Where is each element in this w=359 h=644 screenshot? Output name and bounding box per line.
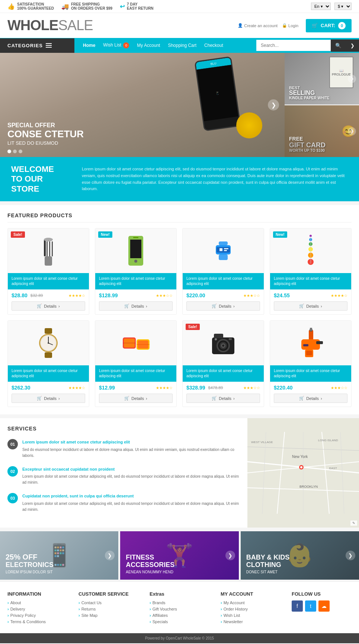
- svg-rect-7: [130, 240, 141, 258]
- currency-select[interactable]: $ ▾: [334, 3, 352, 10]
- affiliates-link[interactable]: Affiliates: [150, 613, 209, 618]
- return-icon: ↩: [120, 3, 125, 10]
- top-bar-right: En ▾ $ ▾: [311, 3, 352, 10]
- feature1-line1: SATISFACTION: [17, 2, 54, 6]
- product-card-3: Lorem ipsum dolor sit amet conse ctetur …: [182, 228, 264, 315]
- details-button-4[interactable]: 🛒 Details ›: [274, 301, 347, 311]
- details-button-5[interactable]: 🛒 Details ›: [12, 394, 85, 403]
- svg-rect-53: [310, 328, 312, 331]
- nav-bar: CATEGORIES Home Wish List 0 My Account S…: [0, 38, 359, 53]
- hero-subtitle: LIT SED DO EIUSMOD: [7, 140, 84, 146]
- product-badge-4: New!: [273, 231, 287, 238]
- svg-rect-4: [44, 240, 46, 256]
- coffee-cup: [236, 112, 262, 138]
- delivery-link[interactable]: Delivery: [7, 607, 67, 611]
- about-link[interactable]: About: [7, 600, 67, 605]
- footer-col-5-heading: FOLLOW US: [292, 591, 352, 597]
- hero-next-arrow[interactable]: ❯: [268, 99, 279, 110]
- product-actions-2: 🛒 Details ›: [95, 301, 176, 314]
- search-button[interactable]: 🔍: [331, 39, 346, 52]
- footer-link-privacy: Privacy Policy: [7, 613, 67, 618]
- details-button-1[interactable]: 🛒 Details ›: [12, 301, 85, 311]
- specials-link[interactable]: Specials: [150, 619, 209, 624]
- nav-wishlist[interactable]: Wish List 0: [100, 38, 132, 53]
- product-card-8: Lorem ipsum dolor sit amet conse ctetur …: [270, 320, 352, 407]
- twitter-icon[interactable]: t: [305, 600, 316, 612]
- product-badge-1: Sale!: [11, 231, 25, 238]
- contact-link[interactable]: Contact Us: [78, 600, 138, 605]
- promo-banner-kids[interactable]: 👶 BABY & KIDS CLOTHING DONEC SIT AMET ❯: [241, 531, 359, 580]
- side-arrow-2[interactable]: ❯: [348, 127, 356, 135]
- facebook-icon[interactable]: f: [292, 600, 303, 612]
- lock-icon: 🔒: [282, 23, 287, 28]
- user-icon: 👤: [238, 23, 243, 28]
- details-button-2[interactable]: 🛒 Details ›: [99, 301, 173, 311]
- newsletter-link[interactable]: Newsletter: [221, 619, 281, 624]
- nav-home[interactable]: Home: [80, 38, 98, 52]
- privacy-link[interactable]: Privacy Policy: [7, 613, 67, 618]
- create-account-link[interactable]: 👤 Create an account: [238, 23, 278, 28]
- cart-icon-8: 🛒: [299, 396, 304, 401]
- hero-main-content: SPECIAL OFFER CONSE CTETUR LIT SED DO EI…: [7, 122, 84, 146]
- product-info-7: Lorem ipsum dolor sit amet conse ctetur …: [183, 365, 264, 382]
- side-arrow-1[interactable]: ❯: [348, 75, 356, 83]
- svg-point-5: [44, 238, 53, 241]
- nav-account[interactable]: My Account: [134, 38, 163, 52]
- nav-action-button[interactable]: ❯: [346, 39, 359, 52]
- service-item-1: 01 Lorem ipsum dolor sit amet conse ctet…: [7, 439, 240, 459]
- details-button-3[interactable]: 🛒 Details ›: [186, 301, 260, 311]
- login-link[interactable]: 🔒 Login: [282, 23, 298, 28]
- hero-side-kindle[interactable]: 📖PROLOGUE BEST SELLING KINDLE PAPER WHIT…: [285, 53, 359, 105]
- cart-button[interactable]: 🛒 CART: 0: [306, 19, 352, 32]
- feature-satisfaction: 👍 SATISFACTION 100% GUARANTEED: [7, 2, 54, 10]
- categories-button[interactable]: CATEGORIES: [0, 38, 74, 53]
- promo-banner-electronics[interactable]: 📱 25% OFF ELECTRONICS LOREM IPSUM DOLOR …: [0, 531, 118, 580]
- product-badge-7: Sale!: [186, 324, 200, 330]
- product-card-7: Sale! Lorem ipsum dolor sit amet conse c…: [182, 320, 264, 407]
- brands-link[interactable]: Brands: [150, 600, 209, 605]
- footer-link-newsletter: Newsletter: [221, 619, 281, 624]
- orderhistory-link[interactable]: Order History: [221, 607, 281, 611]
- rss-icon[interactable]: ☁: [318, 600, 330, 612]
- promo-banners: 📱 25% OFF ELECTRONICS LOREM IPSUM DOLOR …: [0, 531, 359, 580]
- terms-link[interactable]: Terms & Conditions: [7, 619, 67, 624]
- utensils-svg: [33, 234, 63, 267]
- footer-col-my-account: MY ACCOUNT My Account Order History Wish…: [221, 591, 281, 626]
- service-num-2: 02: [7, 466, 18, 477]
- dot-2[interactable]: [13, 150, 17, 153]
- nav-checkout[interactable]: Checkout: [201, 38, 226, 52]
- product-info-8: Lorem ipsum dolor sit amet conse ctetur …: [270, 365, 351, 382]
- nav-cart[interactable]: Shopping Cart: [165, 38, 199, 52]
- product-pricing-2: $128.99 ★★★☆☆: [95, 289, 176, 301]
- vouchers-link[interactable]: Gift Vouchers: [150, 607, 209, 611]
- details-button-7[interactable]: 🛒 Details ›: [186, 394, 260, 403]
- footer-link-affiliates: Affiliates: [150, 613, 209, 618]
- promo-arrow-1[interactable]: ❯: [105, 551, 115, 560]
- service-text-1: Lorem ipsum dolor sit amet conse ctetur …: [22, 439, 240, 459]
- sitemap-link[interactable]: Site Map: [78, 613, 138, 618]
- language-select[interactable]: En ▾: [311, 3, 331, 10]
- product-actions-5: 🛒 Details ›: [8, 394, 89, 407]
- myaccount-link[interactable]: My Account: [221, 600, 281, 605]
- product-card-5: Lorem ipsum dolor sit amet conse ctetur …: [7, 320, 89, 407]
- promo-text-2: FITNESS ACCESSORIES AENEAN NONUMMY HEND: [126, 554, 174, 574]
- svg-rect-2: [49, 241, 50, 256]
- dot-1[interactable]: [7, 150, 11, 153]
- promo-banner-fitness[interactable]: 🏋️ FITNESS ACCESSORIES AENEAN NONUMMY HE…: [120, 531, 238, 580]
- wishlist-link[interactable]: Wish List: [221, 613, 281, 618]
- dot-3[interactable]: [19, 150, 22, 153]
- details-button-8[interactable]: 🛒 Details ›: [274, 394, 347, 403]
- svg-text:BROOKLYN: BROOKLYN: [299, 485, 318, 488]
- search-input[interactable]: [256, 40, 331, 51]
- service-num-1: 01: [7, 439, 18, 449]
- promo-arrow-2[interactable]: ❯: [225, 551, 235, 560]
- hero-side: 📖PROLOGUE BEST SELLING KINDLE PAPER WHIT…: [285, 53, 359, 157]
- hero-side-gift[interactable]: 😊 FREE GIFT CARD WORTH UP TO $100 ❯: [285, 105, 359, 157]
- hero-section: BLU 📱 SPECIAL OFFER CONSE CTETUR LIT SED…: [0, 53, 359, 157]
- details-button-6[interactable]: 🛒 Details ›: [99, 394, 173, 403]
- svg-rect-12: [219, 254, 228, 260]
- returns-link[interactable]: Returns: [78, 607, 138, 611]
- product-pricing-8: $220.40 ★★★☆☆: [270, 382, 351, 394]
- svg-rect-24: [45, 328, 52, 334]
- promo-arrow-3[interactable]: ❯: [346, 551, 355, 560]
